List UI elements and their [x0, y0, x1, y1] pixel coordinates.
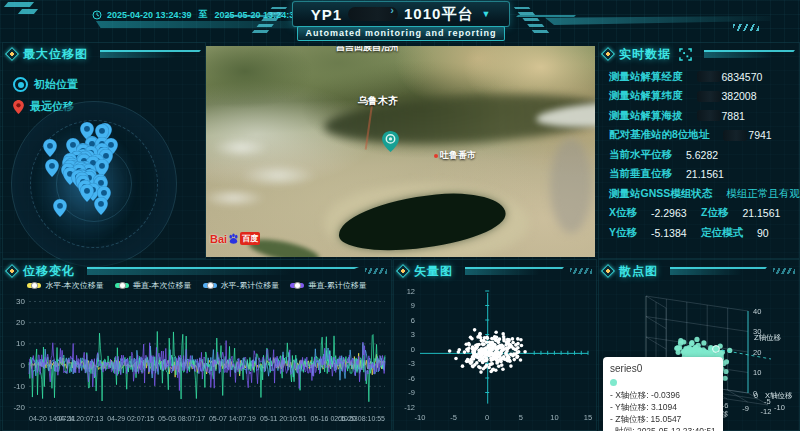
- map-terrain-grey: [550, 138, 592, 233]
- series-dot-icon: [610, 379, 617, 386]
- panel-title: 矢量图: [414, 263, 453, 280]
- title-suffix: 1010平台: [404, 5, 473, 24]
- displacement-pin-icon: [43, 139, 57, 157]
- panel-title: 位移变化: [23, 263, 75, 280]
- legend-item[interactable]: 水平-本次位移量: [27, 280, 104, 291]
- legend-item[interactable]: 垂直-累计位移量: [290, 280, 367, 291]
- dashboard: 2025-04-20 13:24:39 至 2025-05-20 13:24:3…: [0, 0, 800, 431]
- realtime-row: 测量站解算海拔7881: [609, 106, 793, 126]
- legend-item[interactable]: 垂直-本次位移量: [115, 280, 192, 291]
- realtime-pair: Y位移-5.1384: [609, 226, 701, 240]
- redacted-value: [697, 71, 721, 82]
- chart-tooltip: series0 - X轴位移: -0.0396- Y轴位移: 3.1094- Z…: [603, 357, 723, 431]
- panel-title: 散点图: [619, 263, 658, 280]
- platform-title-dropdown[interactable]: YP1 1010平台 ▼: [292, 1, 510, 27]
- panel-displacement-chart: 位移变化 水平-本次位移量垂直-本次位移量水平-累计位移量垂直-累计位移量: [2, 259, 392, 431]
- displacement-pin-icon: [80, 184, 94, 202]
- line-chart-legend: 水平-本次位移量垂直-本次位移量水平-累计位移量垂直-累计位移量: [3, 279, 391, 292]
- hatch-deco: [365, 268, 387, 274]
- panel-scatter3d: 散点图 series0 - X轴位移: -0.0396- Y轴位移: 3.109…: [598, 259, 800, 431]
- legend-line-icon: [203, 283, 217, 288]
- panel-max-displacement: 最大位移图 初始位置 最远位移: [2, 42, 206, 259]
- panel-title: 实时数据: [619, 46, 671, 63]
- satellite-map[interactable]: 昌吉回族自治州 乌鲁木齐 吐鲁番市 Bai 百度: [206, 46, 595, 257]
- realtime-pair: 定位模式90: [701, 226, 793, 240]
- tooltip-rows: - X轴位移: -0.0396- Y轴位移: 3.1094- Z轴位移: 15.…: [610, 389, 716, 431]
- legend-line-icon: [27, 283, 41, 288]
- realtime-rows: 测量站解算经度6834570测量站解算纬度382008测量站解算海拔7881配对…: [609, 67, 793, 204]
- legend-line-icon: [290, 283, 304, 288]
- realtime-row: 测量站解算纬度382008: [609, 87, 793, 107]
- title-line-deco: [670, 267, 767, 275]
- map-snow-terrain: [206, 114, 346, 226]
- baidu-logo: Bai 百度: [210, 232, 260, 245]
- map-label-urumqi: 乌鲁木齐: [358, 94, 398, 108]
- map-label-prefecture: 昌吉回族自治州: [336, 46, 399, 54]
- header-subtitle: Automated monitoring and reporting: [297, 26, 505, 41]
- clock-icon: [92, 10, 102, 20]
- chevron-down-icon: ▼: [481, 9, 491, 19]
- baidu-paw-icon: [228, 233, 239, 244]
- displacement-pin-icon: [53, 199, 67, 217]
- time-start: 2025-04-20 13:24:39: [107, 10, 192, 20]
- redacted-value: [723, 130, 747, 141]
- hatch-deco: [733, 24, 759, 31]
- displacement-pin-icon: [94, 197, 108, 215]
- map-label-turpan: 吐鲁番市: [434, 149, 476, 162]
- diamond-icon: [396, 264, 410, 278]
- hatch-deco: [570, 268, 592, 274]
- realtime-row: 测量站GNSS模组状态模组正常且有观测数据: [609, 184, 793, 204]
- title-line-deco: [87, 267, 359, 275]
- title-line-deco: [465, 267, 564, 275]
- tooltip-row: - 时间: 2025-05-12 23:40:51: [610, 425, 716, 431]
- tooltip-series: series0: [610, 362, 716, 377]
- panel-vector-chart: 矢量图: [393, 259, 597, 431]
- time-separator: 至: [199, 8, 208, 21]
- realtime-row: 测量站解算经度6834570: [609, 67, 793, 87]
- realtime-row: 配对基准站的8位地址7941: [609, 126, 793, 146]
- legend-line-icon: [115, 283, 129, 288]
- tooltip-row: - Z轴位移: 15.0547: [610, 413, 716, 425]
- diamond-icon: [5, 264, 19, 278]
- realtime-pair: Z位移21.1561: [701, 206, 793, 220]
- redacted-value: [697, 91, 721, 102]
- vector-scatter-chart[interactable]: [394, 279, 596, 429]
- redacted-title-segment: [348, 7, 398, 21]
- realtime-pair: X位移-2.2963: [609, 206, 701, 220]
- scan-icon[interactable]: [679, 48, 692, 61]
- tooltip-row: - X轴位移: -0.0396: [610, 389, 716, 401]
- map-location-marker[interactable]: [382, 131, 399, 152]
- pin-cluster: [3, 43, 205, 258]
- diamond-icon: [601, 264, 615, 278]
- title-wing-left: [224, 15, 290, 23]
- realtime-row: 当前垂直位移21.1561: [609, 165, 793, 185]
- diamond-icon: [601, 47, 615, 61]
- realtime-pairs: X位移-2.2963Z位移21.1561Y位移-5.1384定位模式90: [609, 206, 793, 240]
- realtime-row: 当前水平位移5.6282: [609, 145, 793, 165]
- redacted-value: [697, 110, 721, 121]
- header: 2025-04-20 13:24:39 至 2025-05-20 13:24:3…: [0, 0, 800, 42]
- corner-deco: [18, 9, 38, 14]
- title-prefix: YP1: [311, 6, 342, 23]
- displacement-pin-icon: [45, 159, 59, 177]
- title-line-deco: [704, 50, 795, 58]
- hatch-deco: [773, 268, 795, 274]
- city-dot: [434, 154, 438, 158]
- displacement-line-chart[interactable]: [3, 293, 391, 429]
- legend-item[interactable]: 水平-累计位移量: [203, 280, 280, 291]
- panel-realtime-data: 实时数据 测量站解算经度6834570测量站解算纬度382008测量站解算海拔7…: [598, 42, 800, 259]
- baidu-logo-text: 百度: [240, 232, 260, 245]
- tooltip-row: - Y轴位移: 3.1094: [610, 401, 716, 413]
- corner-deco: [4, 2, 34, 7]
